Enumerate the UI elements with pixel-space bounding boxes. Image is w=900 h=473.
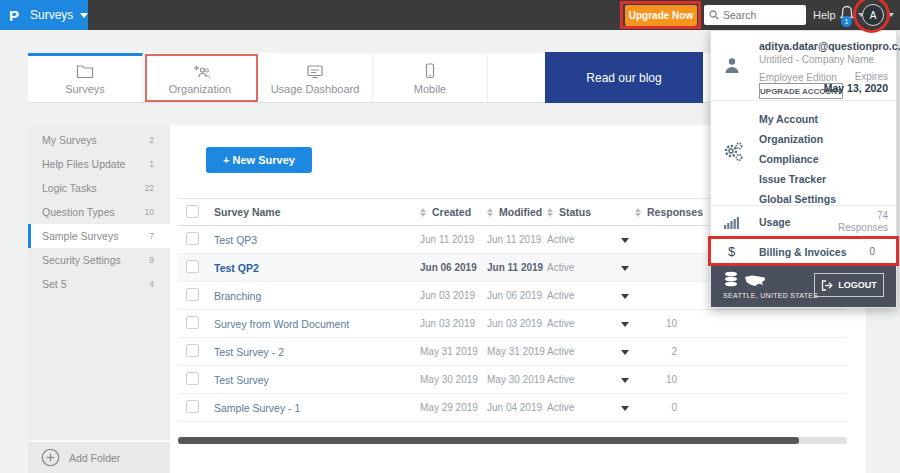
status-dropdown-caret[interactable] [621,238,629,243]
survey-name-link[interactable]: Test QP2 [214,262,259,274]
column-header-responses[interactable]: Responses [635,206,679,218]
survey-name-link[interactable]: Survey from Word Document [214,318,349,330]
account-dropdown-menu: aditya.datar@questionpro.c... Untitled -… [710,30,897,308]
sidebar-item-logic-tasks[interactable]: Logic Tasks 22 [28,176,170,200]
modified-cell: Jun 04 2019 [487,402,547,413]
account-company: Untitled - Company Name [759,54,874,65]
menu-item-usage[interactable]: Usage 74 Responses [711,206,896,239]
column-header-status[interactable]: Status [547,206,603,218]
new-survey-button[interactable]: + New Survey [206,147,312,173]
column-header-modified[interactable]: Modified [487,206,547,218]
sort-icon[interactable] [487,208,494,217]
status-cell: Active [547,290,603,301]
column-header-survey-name[interactable]: Survey Name [212,206,420,218]
survey-name-link[interactable]: Test QP3 [214,234,257,246]
status-dropdown-caret[interactable] [621,322,629,327]
tab-organization[interactable]: Organization [143,53,258,102]
horizontal-scrollbar-track[interactable] [178,437,847,444]
status-cell: Active [547,346,603,357]
menu-item-billing-invoices[interactable]: $ Billing & Invoices 0 [711,239,896,266]
folder-count: 2 [149,135,154,145]
folder-count: 1 [149,159,154,169]
sidebar-item-my-surveys[interactable]: My Surveys 2 [28,128,170,152]
folder-label: Sample Surveys [42,230,118,242]
usage-value: 74 Responses [838,210,888,234]
row-checkbox[interactable] [186,372,199,385]
survey-name-link[interactable]: Test Survey - 2 [214,346,284,358]
survey-name-link[interactable]: Branching [214,290,261,302]
help-link[interactable]: Help [813,9,836,21]
folder-label: My Surveys [42,134,97,146]
created-cell: Jun 11 2019 [420,234,487,245]
horizontal-scrollbar-thumb[interactable] [178,437,799,444]
survey-name-link[interactable]: Sample Survey - 1 [214,402,300,414]
column-header-created[interactable]: Created [420,206,487,218]
folder-count: 7 [149,231,154,241]
upgrade-now-button[interactable]: Upgrade Now [625,5,697,26]
modified-cell: Jun 06 2019 [487,290,547,301]
row-checkbox[interactable] [186,316,199,329]
row-checkbox[interactable] [186,232,199,245]
sidebar-item-set-5[interactable]: Set 5 4 [28,272,170,296]
table-row[interactable]: Test Survey - 2 May 31 2019 May 31 2019 … [178,338,847,366]
usa-map-icon [744,274,766,288]
table-row[interactable]: Test Survey May 30 2019 May 30 2019 Acti… [178,366,847,394]
tab-usage-dashboard[interactable]: Usage Dashboard [258,53,373,102]
status-dropdown-caret[interactable] [621,350,629,355]
status-cell: Active [547,262,603,273]
folder-count: 22 [145,183,154,193]
surveys-nav-button[interactable]: P Surveys [0,0,88,30]
modified-cell: Jun 11 2019 [487,234,547,245]
folder-label: Logic Tasks [42,182,97,194]
menu-item-my-account[interactable]: My Account [711,109,896,129]
usage-count: 74 [877,210,888,221]
table-row[interactable]: Survey from Word Document Jun 03 2019 Ju… [178,310,847,338]
row-checkbox[interactable] [186,344,199,357]
search-input[interactable] [723,9,801,21]
tab-label: Organization [169,83,231,95]
status-dropdown-caret[interactable] [621,294,629,299]
chevron-down-icon [80,13,88,18]
responses-cell: 0 [635,402,679,413]
sort-icon[interactable] [547,208,554,217]
tab-mobile[interactable]: Mobile [373,53,488,102]
status-cell: Active [547,318,603,329]
table-row[interactable]: Sample Survey - 1 May 29 2019 Jun 04 201… [178,394,847,422]
logout-button[interactable]: LOGOUT [814,273,884,297]
created-cell: May 30 2019 [420,374,487,385]
add-people-icon [190,64,210,79]
account-email: aditya.datar@questionpro.c... [759,40,900,52]
sort-icon[interactable] [420,208,427,217]
column-label: Modified [499,206,542,218]
chevron-down-icon [888,13,894,17]
responses-cell: 10 [635,318,679,329]
column-label: Created [432,206,471,218]
account-menu-section: My Account Organization Compliance Issue… [711,101,896,206]
sidebar-item-question-types[interactable]: Question Types 10 [28,200,170,224]
sidebar-item-security-settings[interactable]: Security Settings 9 [28,248,170,272]
topbar: P Surveys Upgrade Now Help 1 A [0,0,900,30]
folder-label: Help Files Update [42,158,125,170]
folder-count: 10 [145,207,154,217]
survey-name-link[interactable]: Test Survey [214,374,269,386]
row-checkbox[interactable] [186,288,199,301]
status-dropdown-caret[interactable] [621,266,629,271]
search-box[interactable] [704,5,806,25]
folder-label: Set 5 [42,278,67,290]
surveys-page: P Surveys Upgrade Now Help 1 A [0,0,900,473]
created-cell: May 31 2019 [420,346,487,357]
sort-icon[interactable] [635,208,642,217]
row-checkbox[interactable] [186,260,199,273]
read-our-blog-banner[interactable]: Read our blog [545,52,703,103]
tab-surveys[interactable]: Surveys [28,53,143,102]
menu-item-issue-tracker[interactable]: Issue Tracker [711,169,896,189]
status-dropdown-caret[interactable] [621,406,629,411]
sidebar-item-sample-surveys[interactable]: Sample Surveys 7 [28,224,170,248]
select-all-checkbox[interactable] [186,205,199,218]
add-folder-button[interactable]: Add Folder [28,440,170,473]
account-avatar-button[interactable]: A [862,4,884,26]
dashboard-icon [306,64,324,79]
row-checkbox[interactable] [186,400,199,413]
sidebar-item-help-files-update[interactable]: Help Files Update 1 [28,152,170,176]
status-dropdown-caret[interactable] [621,378,629,383]
